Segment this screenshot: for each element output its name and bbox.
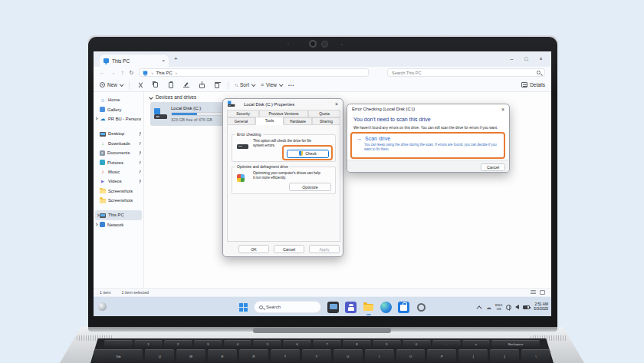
- tab-this-pc[interactable]: This PC ×: [100, 54, 169, 67]
- music-icon: ♪: [100, 169, 106, 174]
- key-1: 1: [134, 340, 163, 348]
- close-icon[interactable]: ×: [501, 107, 504, 112]
- check-button[interactable]: Check: [287, 150, 329, 158]
- thumbnails-view-icon[interactable]: [540, 290, 545, 295]
- sidebar-item-pictures[interactable]: Pictures: [94, 157, 143, 167]
- properties-footer: OK Cancel Apply: [223, 245, 344, 253]
- error-checking-legend: Error checking: [235, 133, 263, 137]
- network-icon[interactable]: [506, 305, 511, 310]
- teams-icon[interactable]: [345, 302, 356, 313]
- share-button[interactable]: [197, 81, 206, 90]
- store-icon[interactable]: [398, 302, 409, 313]
- view-icon: ≡: [261, 82, 264, 87]
- copy-icon: [153, 82, 158, 87]
- tab-tools[interactable]: Tools: [255, 117, 284, 125]
- tab-hardware[interactable]: Hardware: [284, 117, 312, 125]
- optimize-button[interactable]: Optimize: [289, 183, 331, 191]
- settings-gear-icon[interactable]: [416, 302, 427, 313]
- forward-icon[interactable]: →: [110, 70, 116, 75]
- pin-icon: [138, 132, 141, 135]
- details-view-icon[interactable]: [531, 290, 536, 295]
- sidebar-item-downloads[interactable]: ↓ Downloads: [94, 139, 143, 148]
- scan-drive-link[interactable]: → Scan drive: [356, 136, 390, 141]
- view-button[interactable]: ≡ View: [261, 82, 282, 87]
- start-button[interactable]: [239, 303, 248, 312]
- speaker-icon[interactable]: [515, 305, 519, 309]
- details-button[interactable]: Details: [521, 82, 545, 87]
- clock[interactable]: 2:51 AM 5/3/2025: [534, 302, 548, 312]
- cut-button[interactable]: [136, 81, 145, 90]
- close-icon[interactable]: ×: [335, 101, 338, 107]
- chevron-right-icon: ›: [176, 71, 177, 75]
- tab-security[interactable]: Security: [227, 110, 259, 117]
- taskbar-search[interactable]: Search: [254, 301, 321, 313]
- edge-icon[interactable]: [380, 302, 392, 313]
- new-tab-button[interactable]: +: [174, 56, 178, 62]
- taskbar: Search ☁ ENG US 2:51 A: [94, 296, 551, 316]
- delete-button[interactable]: [212, 81, 222, 90]
- more-button[interactable]: •••: [288, 83, 294, 87]
- sidebar-item-screenshots[interactable]: Screenshots: [94, 186, 143, 196]
- desktop-app-icon[interactable]: [327, 302, 339, 313]
- new-button[interactable]: + New: [100, 82, 123, 87]
- refresh-icon[interactable]: ↻: [130, 70, 134, 75]
- sort-icon: ↑↓: [235, 83, 238, 87]
- breadcrumb-this-pc[interactable]: This PC: [156, 71, 172, 75]
- pin-icon: [138, 142, 141, 145]
- ok-button[interactable]: OK: [238, 245, 269, 253]
- copy-button[interactable]: [151, 81, 160, 90]
- uac-shield-icon: [299, 151, 303, 156]
- close-button[interactable]: ×: [534, 51, 548, 66]
- tray-chevron-up-icon[interactable]: [477, 305, 482, 311]
- error-checking-group: Error checking This option will check th…: [232, 134, 336, 162]
- group-header[interactable]: Devices and drives: [150, 94, 547, 100]
- gallery-icon: [100, 107, 105, 112]
- plus-icon: +: [100, 82, 105, 87]
- key-i: I: [365, 349, 394, 363]
- sidebar-item-this-pc[interactable]: This PC: [95, 210, 142, 219]
- properties-dialog: Local Disk (C:) Properties × Security Pr…: [222, 98, 343, 257]
- sort-button[interactable]: ↑↓ Sort: [235, 82, 255, 87]
- error-dialog-heading: You don't need to scan this drive: [353, 117, 431, 122]
- sidebar-item-screenshots-2[interactable]: Screenshots: [94, 196, 143, 205]
- onedrive-tray-icon[interactable]: ☁: [486, 305, 491, 310]
- minimize-button[interactable]: –: [504, 51, 519, 66]
- tab-quota[interactable]: Quota: [308, 110, 340, 117]
- cancel-button[interactable]: Cancel: [274, 245, 304, 253]
- defragment-icon: [237, 174, 245, 182]
- sidebar-item-music[interactable]: ♪ Music: [94, 167, 143, 177]
- paste-button[interactable]: [166, 81, 176, 90]
- cut-icon: [137, 82, 143, 88]
- search-input[interactable]: Search This PC: [387, 68, 545, 77]
- file-explorer-icon[interactable]: [363, 302, 374, 313]
- tab-general[interactable]: General: [227, 117, 255, 125]
- sidebar-item-onedrive[interactable]: ☁ PR BU - Personal: [94, 114, 143, 124]
- breadcrumb[interactable]: › This PC ›: [139, 68, 369, 77]
- key-e: E: [208, 349, 237, 363]
- maximize-button[interactable]: □: [519, 51, 534, 66]
- up-icon[interactable]: ↑: [121, 70, 124, 75]
- expander-chevron-icon[interactable]: [94, 117, 97, 120]
- expander-chevron-icon[interactable]: [96, 213, 99, 216]
- sidebar-item-gallery[interactable]: Gallery: [94, 104, 143, 114]
- language-indicator[interactable]: ENG US: [495, 303, 502, 311]
- widgets-icon[interactable]: [98, 302, 107, 311]
- cancel-button[interactable]: Cancel: [481, 163, 505, 171]
- sidebar-item-home[interactable]: ⌂ Home: [94, 95, 143, 104]
- back-icon[interactable]: ←: [100, 70, 105, 75]
- sidebar-item-documents[interactable]: ≡ Documents: [94, 148, 143, 157]
- key-t: T: [271, 349, 300, 363]
- expander-chevron-icon[interactable]: [94, 223, 97, 226]
- apply-button[interactable]: Apply: [309, 245, 340, 253]
- tab-close-icon[interactable]: ×: [162, 58, 165, 63]
- network-icon: [100, 222, 105, 227]
- sidebar-item-network[interactable]: Network: [94, 220, 143, 229]
- key-r: R: [239, 349, 268, 363]
- rename-button[interactable]: [182, 81, 191, 90]
- collapse-chevron-icon[interactable]: [149, 95, 153, 100]
- battery-icon[interactable]: [523, 305, 530, 309]
- sidebar-item-videos[interactable]: ▶ Videos: [94, 177, 143, 186]
- sidebar-item-desktop[interactable]: Desktop: [94, 129, 143, 138]
- folder-icon: [100, 189, 106, 193]
- tab-sharing[interactable]: Sharing: [312, 117, 340, 125]
